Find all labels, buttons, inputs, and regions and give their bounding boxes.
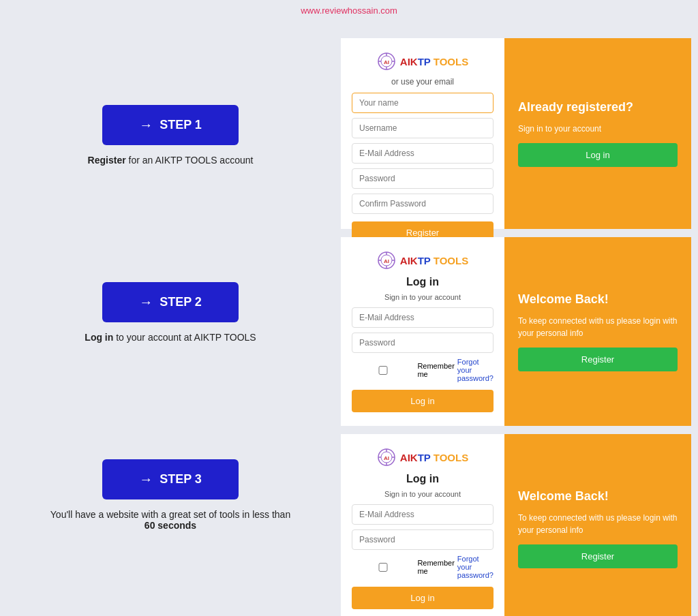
welcome-back-title-3: Welcome Back! [518,489,678,504]
card2-row: AI AIKTP TOOLS Log in Sign in to your ac… [341,237,691,426]
login-button-3[interactable]: Log in [352,587,494,609]
register-side-button-2[interactable]: Register [518,348,678,371]
svg-text:AI: AI [384,455,389,461]
welcome-back-desc-2: To keep connected with us please login w… [518,315,678,339]
aiktp-logo-3: AI [377,448,396,467]
remember-checkbox-2[interactable] [352,366,414,375]
step1-bold: Register [88,155,126,166]
login-form-panel-3: AI AIKTP TOOLS Log in Sign in to your ac… [341,434,504,616]
step3-label: STEP 3 [160,472,202,487]
arrow-icon3: → [139,472,153,487]
login-form-subtitle-2: Sign in to your account [384,293,461,301]
aiktp-logo-2: AI [377,251,396,270]
register-form-panel: AI AIKTP TOOLS or use your email [341,38,504,229]
step3-desc: You'll have a website with a great set o… [48,509,293,531]
remember-row-3: Remember me Forgot your password? [352,555,494,579]
already-registered-title: Already registered? [518,100,678,114]
step2-button[interactable]: → STEP 2 [102,282,239,322]
left-panel: → STEP 1 Register for an AIKTP TOOLS acc… [0,19,341,616]
brand-row-1: AI AIKTP TOOLS [377,52,468,71]
step3-block: → STEP 3 You'll have a website with a gr… [48,459,293,531]
register-side-button-3[interactable]: Register [518,544,678,568]
brand-name-2: AIKTP TOOLS [400,255,468,266]
login-side-button-1[interactable]: Log in [518,143,678,167]
forgot-password-link-2[interactable]: Forgot your password? [457,358,494,382]
remember-checkbox-3[interactable] [352,563,414,572]
step2-suffix: to your account at AIKTP TOOLS [113,332,256,343]
step1-label: STEP 1 [160,118,202,132]
sign-in-desc: Sign in to your account [518,123,678,135]
step3-button[interactable]: → STEP 3 [102,459,239,499]
password-input-3[interactable] [352,529,494,550]
brand-name-1: AIKTP TOOLS [400,56,468,67]
login-form-subtitle-3: Sign in to your account [384,490,461,498]
login-orange-panel-3: Welcome Back! To keep connected with us … [504,434,691,616]
step1-block: → STEP 1 Register for an AIKTP TOOLS acc… [88,105,254,166]
email-input-1[interactable] [352,143,494,164]
remember-label-2: Remember me [417,362,454,378]
remember-row-2: Remember me Forgot your password? [352,358,494,382]
aiktp-logo-1: AI [377,52,396,71]
email-input-2[interactable] [352,307,494,328]
confirm-password-input[interactable] [352,194,494,214]
welcome-back-desc-3: To keep connected with us please login w… [518,512,678,536]
step2-label: STEP 2 [160,295,202,309]
main-layout: → STEP 1 Register for an AIKTP TOOLS acc… [0,0,698,616]
login-orange-panel-2: Welcome Back! To keep connected with us … [504,237,691,426]
login-form-title-3: Log in [406,473,439,485]
step2-bold: Log in [85,332,113,343]
arrow-icon: → [139,117,153,133]
svg-text:AI: AI [384,59,389,65]
welcome-back-title-2: Welcome Back! [518,292,678,307]
step1-button[interactable]: → STEP 1 [102,105,239,145]
step1-desc: Register for an AIKTP TOOLS account [88,155,254,166]
login-button-2[interactable]: Log in [352,390,494,412]
right-area: AI AIKTP TOOLS or use your email [341,19,698,616]
password-input-2[interactable] [352,333,494,353]
login-form-panel-2: AI AIKTP TOOLS Log in Sign in to your ac… [341,237,504,426]
watermark: www.reviewhossain.com [301,5,397,16]
login-form-title-2: Log in [406,276,439,288]
step1-suffix: for an AIKTP TOOLS account [126,155,254,166]
username-input[interactable] [352,118,494,138]
step3-bold: 60 seconds [145,520,196,531]
or-email-1: or use your email [391,77,454,87]
svg-text:AI: AI [384,258,389,264]
brand-row-2: AI AIKTP TOOLS [377,251,468,270]
remember-label-3: Remember me [417,559,454,575]
your-name-input[interactable] [352,93,494,113]
register-orange-panel: Already registered? Sign in to your acco… [504,38,691,229]
brand-name-3: AIKTP TOOLS [400,452,468,463]
card1-row: AI AIKTP TOOLS or use your email [341,38,691,229]
step3-plain: You'll have a website with a great set o… [50,509,290,520]
arrow-icon2: → [139,294,153,310]
email-input-3[interactable] [352,504,494,525]
step2-desc: Log in to your account at AIKTP TOOLS [85,332,256,343]
card3-row: AI AIKTP TOOLS Log in Sign in to your ac… [341,434,691,616]
password-input-1[interactable] [352,168,494,189]
brand-row-3: AI AIKTP TOOLS [377,448,468,467]
forgot-password-link-3[interactable]: Forgot your password? [457,555,494,579]
step2-block: → STEP 2 Log in to your account at AIKTP… [85,282,256,343]
